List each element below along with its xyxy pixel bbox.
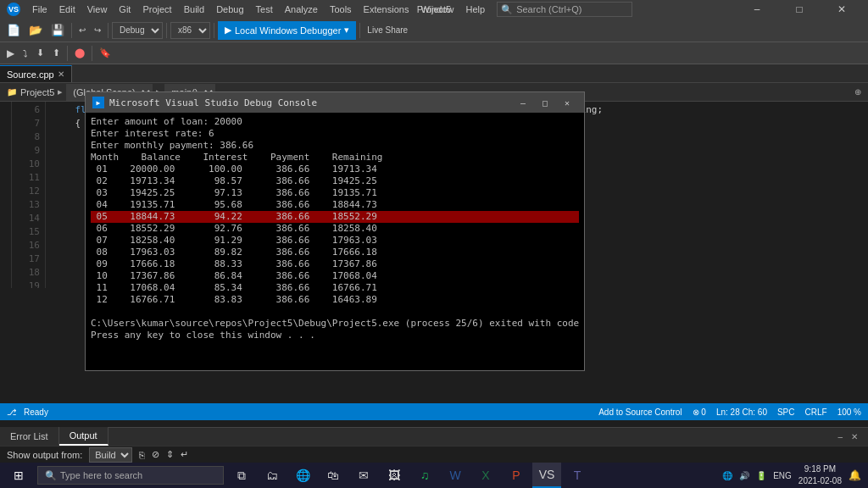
close-button[interactable]: ✕: [822, 0, 861, 19]
taskbar-spotify[interactable]: ♫: [410, 463, 439, 488]
output-source-select[interactable]: Build: [89, 447, 132, 463]
menu-analyze[interactable]: Analyze: [280, 0, 323, 19]
tab-label: Source.cpp: [7, 69, 54, 80]
taskbar-mail[interactable]: ✉: [349, 463, 378, 488]
output-toggle-btn[interactable]: ⇕: [166, 449, 174, 460]
sep2: [108, 23, 108, 38]
menu-build[interactable]: Build: [179, 0, 209, 19]
debug-line-18: C:\Users\kumar\source\repos\Project5\Deb…: [91, 318, 579, 330]
step-over-btn[interactable]: ⤵: [19, 44, 31, 63]
debug-close-btn[interactable]: ✕: [557, 94, 577, 111]
menu-file[interactable]: File: [27, 0, 53, 19]
menu-help[interactable]: Help: [461, 0, 491, 19]
minimize-button[interactable]: –: [737, 0, 776, 19]
debugger-btn[interactable]: ▶ Local Windows Debugger ▾: [218, 21, 356, 40]
error-list-tabs: Error List Output: [0, 427, 108, 446]
arch-dropdown[interactable]: x86: [170, 22, 210, 39]
new-file-btn[interactable]: 📄: [3, 21, 24, 40]
line-num-18: 18: [12, 266, 40, 280]
taskbar-vs[interactable]: VS: [532, 463, 561, 488]
menu-view[interactable]: View: [82, 0, 113, 19]
debug-line-2: Enter interest rate: 6: [91, 128, 579, 140]
taskbar-search-icon: 🔍: [45, 470, 57, 481]
crlf-indicator: CRLF: [805, 408, 827, 417]
status-bar: ⎇ Ready Add to Source Control ⊗ 0 Ln: 28…: [0, 403, 868, 420]
debug-line-12: 08 17963.03 89.82 386.66 17666.18: [91, 247, 579, 258]
output-copy-btn[interactable]: ⎘: [139, 450, 145, 460]
taskbar-file-explorer[interactable]: 🗂: [258, 463, 287, 488]
debug-console-content: Enter amount of loan: 20000 Enter intere…: [86, 113, 584, 370]
start-button[interactable]: ⊞: [0, 463, 37, 488]
step-into-btn[interactable]: ⬇: [33, 44, 47, 63]
live-share-btn[interactable]: Live Share: [364, 21, 411, 40]
panel-close-btn[interactable]: ✕: [848, 430, 861, 443]
debug-console-title-bar: ▶ Microsoft Visual Studio Debug Console …: [86, 92, 584, 113]
title-search[interactable]: 🔍 Search (Ctrl+Q): [497, 2, 632, 17]
line-num-13: 13: [12, 198, 40, 212]
network-icon: 🌐: [722, 471, 732, 480]
taskbar-right: 🌐 🔊 🔋 ENG 9:18 PM 2021-02-08 🔔: [715, 463, 868, 487]
menu-git[interactable]: Git: [114, 0, 136, 19]
tab-source-cpp[interactable]: Source.cpp ✕: [0, 65, 72, 82]
line-numbers: 6 7 8 9 10 11 12 13 14 15 16 17 18 19: [12, 102, 46, 288]
menu-project[interactable]: Project: [137, 0, 176, 19]
debug-minimize-btn[interactable]: –: [513, 94, 533, 111]
panel-minimize-btn[interactable]: –: [834, 430, 846, 443]
language-indicator: ENG: [773, 471, 792, 480]
line-num-9: 9: [12, 144, 40, 158]
breadcrumb-icon: 📁: [7, 87, 17, 97]
taskbar-ppt[interactable]: P: [502, 463, 531, 488]
spc-indicator: SPC: [777, 408, 795, 417]
taskbar-store[interactable]: 🛍: [319, 463, 348, 488]
menu-debug[interactable]: Debug: [211, 0, 248, 19]
line-num-6: 6: [12, 103, 40, 117]
debugger-label: Local Windows Debugger: [235, 25, 341, 36]
taskbar-word[interactable]: W: [441, 463, 470, 488]
debug-line-8: 04 19135.71 95.68 386.66 18844.73: [91, 199, 579, 211]
taskbar-search-placeholder: Type here to search: [60, 470, 142, 480]
step-out-btn[interactable]: ⬆: [49, 44, 64, 63]
tab-close-btn[interactable]: ✕: [58, 69, 64, 79]
bottom-tab-bar: Output – ✕: [0, 427, 868, 446]
save-btn[interactable]: 💾: [47, 21, 68, 40]
output-tab[interactable]: Output: [59, 427, 108, 446]
debug-line-17: [91, 306, 579, 318]
maximize-button[interactable]: □: [780, 0, 819, 19]
continue-btn[interactable]: ▶: [3, 44, 18, 63]
taskbar-excel[interactable]: X: [471, 463, 500, 488]
output-word-wrap-btn[interactable]: ↵: [181, 449, 188, 460]
open-btn[interactable]: 📂: [25, 21, 46, 40]
menu-extensions[interactable]: Extensions: [359, 0, 415, 19]
debug-line-7: 03 19425.25 97.13 386.66 19135.71: [91, 187, 579, 199]
clock[interactable]: 9:18 PM 2021-02-08: [798, 463, 842, 487]
bookmark-btn[interactable]: 🔖: [96, 44, 114, 63]
toolbar2: ▶ ⤵ ⬇ ⬆ ⬤ 🔖: [0, 42, 868, 64]
sep5: [359, 23, 360, 38]
breakpoint-btn[interactable]: ⬤: [71, 44, 88, 63]
time-display: 9:18 PM: [798, 463, 842, 475]
undo-btn[interactable]: ↩: [75, 21, 89, 40]
show-output-label: Show output from:: [7, 450, 82, 460]
taskbar-photos[interactable]: 🖼: [380, 463, 409, 488]
nav-btn[interactable]: ⊕: [854, 87, 861, 97]
taskbar-teams[interactable]: T: [563, 463, 592, 488]
console-icon: ▶: [92, 97, 104, 108]
debug-line-14: 10 17367.86 86.84 386.66 17068.04: [91, 270, 579, 282]
output-clear-btn[interactable]: ⊘: [152, 449, 159, 460]
debug-line-6: 02 19713.34 98.57 386.66 19425.25: [91, 175, 579, 187]
debug-config-dropdown[interactable]: Debug: [112, 22, 163, 39]
line-num-11: 11: [12, 171, 40, 185]
sep7: [92, 46, 92, 61]
redo-btn[interactable]: ↪: [91, 21, 104, 40]
taskbar-search[interactable]: 🔍 Type here to search: [37, 466, 224, 485]
error-list-tab[interactable]: Error List: [0, 427, 59, 446]
taskbar-task-view[interactable]: ⧉: [227, 463, 256, 488]
add-source-control[interactable]: Add to Source Control: [598, 408, 682, 417]
menu-tools[interactable]: Tools: [325, 0, 357, 19]
debug-maximize-btn[interactable]: □: [535, 94, 555, 111]
taskbar-edge[interactable]: 🌐: [288, 463, 317, 488]
taskbar: ⊞ 🔍 Type here to search ⧉ 🗂 🌐 🛍 ✉ 🖼 ♫ W …: [0, 463, 868, 488]
notification-icon[interactable]: 🔔: [849, 469, 861, 481]
menu-edit[interactable]: Edit: [54, 0, 81, 19]
menu-test[interactable]: Test: [251, 0, 278, 19]
